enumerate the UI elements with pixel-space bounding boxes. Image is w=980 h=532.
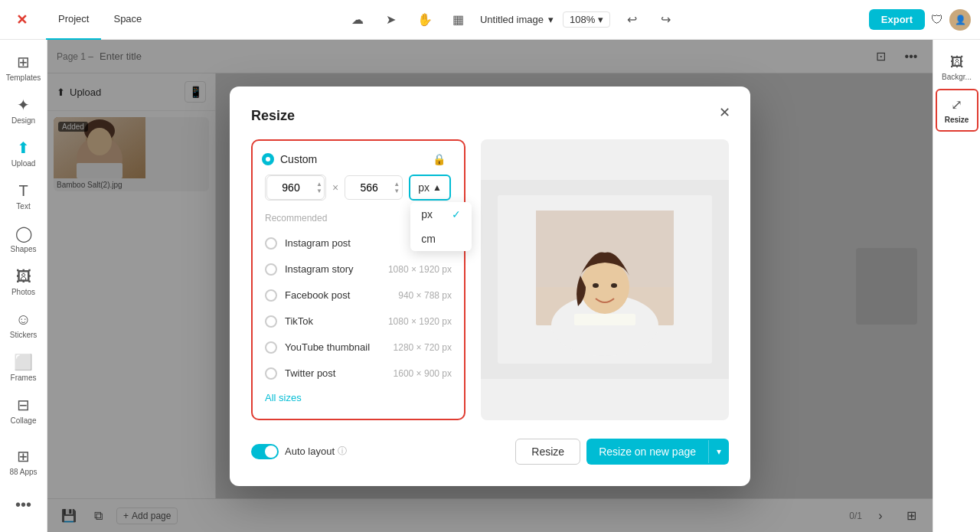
footer-buttons: Resize Resize on new page ▾	[515, 439, 729, 465]
sidebar-item-templates[interactable]: ⊞ Templates	[2, 46, 45, 89]
svg-point-14	[611, 283, 617, 288]
avatar[interactable]: 👤	[949, 9, 971, 31]
preset-facebook-post[interactable]: Facebook post 940 × 788 px	[262, 283, 455, 308]
preset-instagram-story[interactable]: Instagram story 1080 × 1920 px	[262, 257, 455, 282]
preset-size-instagram-story: 1080 × 1920 px	[388, 264, 452, 275]
modal-left-panel: Custom 🔒 ▲ ▼ ×	[251, 139, 466, 420]
modal-body: Custom 🔒 ▲ ▼ ×	[251, 139, 729, 420]
preset-youtube-thumbnail[interactable]: YouTube thumbnail 1280 × 720 px	[262, 335, 455, 360]
preset-tiktok[interactable]: TikTok 1080 × 1920 px	[262, 309, 455, 334]
preset-size-facebook-post: 940 × 788 px	[398, 290, 452, 301]
sidebar-item-photos[interactable]: 🖼 Photos	[2, 260, 45, 303]
preview-svg	[481, 180, 729, 379]
right-sidebar-resize[interactable]: ⤢ Resize	[936, 89, 978, 132]
preset-name-instagram-post: Instagram post	[285, 237, 426, 249]
modal-right-panel	[481, 139, 729, 420]
sidebar-item-stickers[interactable]: ☺ Stickers	[2, 303, 45, 346]
design-icon: ✦	[17, 96, 30, 114]
size-inputs: ▲ ▼ × ▲ ▼ px	[262, 175, 455, 201]
sidebar-label-collage: Collage	[11, 416, 37, 425]
width-input-wrapper: ▲ ▼	[265, 175, 326, 201]
tab-project[interactable]: Project	[46, 0, 101, 40]
sidebar-item-upload[interactable]: ⬆ Upload	[2, 132, 45, 175]
resize-new-page-label: Resize on new page	[586, 439, 708, 464]
sidebar-item-text[interactable]: T Text	[2, 175, 45, 217]
modal-close-button[interactable]: ✕	[714, 102, 735, 123]
redo-icon[interactable]: ↪	[653, 8, 678, 32]
undo-icon[interactable]: ↩	[619, 8, 644, 32]
layout-icon[interactable]: ▦	[446, 8, 471, 32]
unit-option-cm[interactable]: cm	[410, 227, 472, 251]
custom-option[interactable]: Custom 🔒	[262, 150, 455, 168]
tab-space[interactable]: Space	[101, 0, 154, 40]
auto-layout-text: Auto layout	[285, 446, 335, 457]
sidebar-label-apps: 88 Apps	[9, 468, 37, 476]
templates-icon: ⊞	[17, 53, 30, 71]
width-up-arrow[interactable]: ▲	[316, 181, 322, 187]
frames-icon: ⬜	[14, 353, 33, 371]
width-arrows: ▲ ▼	[316, 181, 322, 194]
zoom-control[interactable]: 108% ▾	[563, 11, 610, 28]
preset-radio-twitter	[265, 367, 277, 380]
sidebar-label-upload: Upload	[11, 159, 36, 168]
collage-icon: ⊟	[17, 396, 30, 414]
sidebar-item-design[interactable]: ✦ Design	[2, 89, 45, 132]
toggle-switch[interactable]	[251, 444, 279, 459]
resize-new-page-button[interactable]: Resize on new page ▾	[586, 439, 729, 465]
export-button[interactable]: Export	[869, 9, 925, 30]
topbar-center: ☁ ➤ ✋ ▦ Untitled image ▾ 108% ▾ ↩ ↪	[160, 8, 862, 32]
resize-new-page-dropdown-icon[interactable]: ▾	[708, 440, 729, 463]
sidebar-item-collage[interactable]: ⊟ Collage	[2, 389, 45, 432]
stickers-icon: ☺	[15, 311, 31, 328]
right-sidebar-background[interactable]: 🖼 Backgr...	[936, 46, 978, 89]
sidebar-label-photos: Photos	[11, 288, 35, 296]
preset-twitter-post[interactable]: Twitter post 1600 × 900 px	[262, 361, 455, 386]
document-title[interactable]: Untitled image ▾	[480, 14, 554, 25]
svg-rect-15	[574, 314, 635, 325]
sidebar-label-design: Design	[11, 116, 35, 125]
sidebar-label-templates: Templates	[6, 73, 41, 82]
sidebar-item-frames[interactable]: ⬜ Frames	[2, 346, 45, 389]
auto-layout-toggle: Auto layout ⓘ	[251, 444, 347, 459]
custom-label: Custom	[280, 153, 317, 165]
preset-name-twitter: Twitter post	[285, 367, 386, 379]
preset-radio-facebook-post	[265, 289, 277, 302]
sidebar-item-shapes[interactable]: ◯ Shapes	[2, 217, 45, 260]
modal-left-box: Custom 🔒 ▲ ▼ ×	[251, 139, 466, 420]
background-icon: 🖼	[950, 54, 964, 70]
custom-radio[interactable]	[262, 153, 274, 165]
hand-icon[interactable]: ✋	[413, 8, 437, 32]
shield-icon[interactable]: 🛡	[931, 13, 943, 27]
logo-icon[interactable]: ✕	[9, 8, 34, 32]
svg-point-12	[580, 260, 629, 314]
height-up-arrow[interactable]: ▲	[394, 181, 400, 187]
left-sidebar: ⊞ Templates ✦ Design ⬆ Upload T Text ◯ S…	[0, 40, 47, 532]
pointer-icon[interactable]: ➤	[379, 8, 403, 32]
sidebar-item-apps[interactable]: ⊞ 88 Apps	[2, 440, 45, 483]
chevron-up-icon: ▲	[433, 182, 442, 193]
height-down-arrow[interactable]: ▼	[394, 188, 400, 194]
info-icon: ⓘ	[338, 445, 347, 458]
all-sizes-link[interactable]: All sizes	[262, 386, 455, 410]
sidebar-label-stickers: Stickers	[10, 331, 38, 339]
preset-size-youtube: 1280 × 720 px	[394, 342, 452, 353]
right-sidebar: 🖼 Backgr... ⤢ Resize	[933, 40, 980, 532]
upload-icon: ⬆	[17, 139, 30, 157]
cloud-icon[interactable]: ☁	[345, 8, 370, 32]
unit-dropdown[interactable]: px ▲ px ✓ cm	[409, 175, 451, 201]
width-down-arrow[interactable]: ▼	[316, 188, 322, 194]
unit-selected: px	[418, 181, 430, 194]
resize-button[interactable]: Resize	[515, 439, 580, 465]
preset-name-tiktok: TikTok	[285, 315, 381, 327]
size-separator: ×	[332, 181, 338, 194]
svg-point-13	[593, 283, 599, 288]
sidebar-item-more[interactable]: •••	[2, 483, 45, 526]
preset-size-twitter: 1600 × 900 px	[394, 368, 452, 379]
modal-overlay: Resize ✕ Custom 🔒 ▲	[47, 40, 933, 532]
lock-icon: 🔒	[433, 153, 446, 165]
toggle-knob	[265, 446, 277, 458]
preset-radio-youtube	[265, 341, 277, 354]
chevron-down-icon: ▾	[548, 14, 554, 25]
modal-title: Resize	[251, 108, 729, 124]
unit-option-px[interactable]: px ✓	[410, 202, 472, 227]
